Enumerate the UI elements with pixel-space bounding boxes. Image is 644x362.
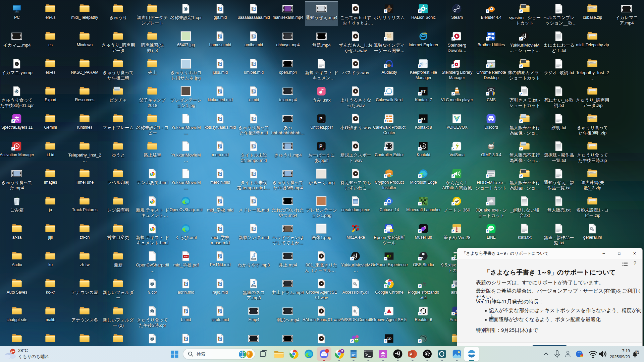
svg-text:P: P [410,352,412,357]
svg-text:9+: 9+ [11,350,15,353]
svg-text:Z: Z [636,351,638,353]
